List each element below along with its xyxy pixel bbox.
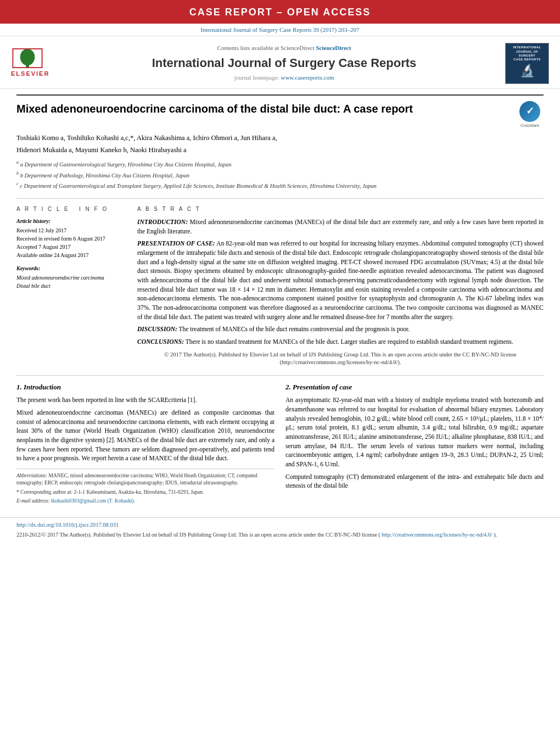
article-title-section: Mixed adenoneuroendocrine carcinoma of t…	[16, 94, 544, 129]
license-link[interactable]: http://creativecommons.org/licenses/by-n…	[382, 532, 492, 538]
article-title: Mixed adenoneuroendocrine carcinoma of t…	[16, 101, 516, 116]
available-date: Available online 24 August 2017	[16, 252, 126, 259]
article-content: Mixed adenoneuroendocrine carcinoma of t…	[0, 89, 560, 512]
article-history-block: Article history: Received 12 July 2017 R…	[16, 217, 126, 259]
footnotes-section: Abbreviations: MANEC, mixed adenoneuroen…	[16, 468, 275, 505]
crossmark-badge[interactable]: ✓ CrossMark	[516, 101, 544, 129]
header-banner: CASE REPORT – OPEN ACCESS	[0, 0, 560, 24]
keyword-2: Distal bile duct	[16, 282, 126, 290]
abstract-copyright: © 2017 The Author(s). Published by Elsev…	[137, 351, 544, 367]
section1-para1: The present work has been reported in li…	[16, 395, 275, 405]
email-text: E-mail address: tkohashi0303@gmail.com (…	[16, 498, 275, 505]
body-left-col: 1. Introduction The present work has bee…	[16, 382, 275, 506]
authors-line-1: Toshiaki Komo a, Toshihiko Kohashi a,c,*…	[16, 133, 544, 143]
sciencedirect-link[interactable]: ScienceDirect	[316, 44, 351, 51]
journal-citation: International Journal of Surgery Case Re…	[201, 26, 360, 33]
journal-header: ELSEVIER Contents lists available at Sci…	[0, 36, 560, 89]
section2-para2: Computed tomography (CT) demonstrated en…	[285, 472, 544, 490]
email-link[interactable]: tkohashi0303@gmail.com (T. Kohashi).	[51, 498, 135, 504]
authors-line-2: Hidenori Mukaida a, Mayumi Kaneko b, Nao…	[16, 146, 544, 155]
body-right-col: 2. Presentation of case An asymptomatic …	[285, 382, 544, 506]
received-date: Received 12 July 2017	[16, 227, 126, 235]
elsevier-tree-icon	[11, 48, 44, 69]
footer-doi: http://dx.doi.org/10.1016/j.ijscr.2017.0…	[16, 521, 544, 529]
footer-license: 2210-2612/© 2017 The Author(s). Publishe…	[16, 531, 544, 539]
doi-link[interactable]: http://dx.doi.org/10.1016/j.ijscr.2017.0…	[16, 522, 119, 528]
abstract-case: PRESENTATION OF CASE: An 82-year-old man…	[137, 239, 544, 321]
main-body-section: 1. Introduction The present work has bee…	[16, 375, 544, 506]
journal-cover-image: INTERNATIONAL JOURNAL OFSURGERYCASE REPO…	[505, 43, 549, 84]
section1-title: 1. Introduction	[16, 382, 275, 392]
section1-para2: Mixed adenoneuroendocrine carcinomas (MA…	[16, 408, 275, 463]
journal-center-info: Contents lists available at ScienceDirec…	[74, 44, 494, 82]
svg-point-2	[20, 49, 35, 65]
section2-para1: An asymptomatic 82-year-old man with a h…	[285, 395, 544, 468]
elsevier-wordmark: ELSEVIER	[11, 70, 49, 78]
journal-title: International Journal of Surgery Case Re…	[74, 55, 494, 72]
accepted-date: Accepted 7 August 2017	[16, 243, 126, 251]
history-label: Article history:	[16, 217, 126, 225]
affiliation-b: b b Department of Pathology, Hiroshima C…	[16, 170, 544, 180]
crossmark-label: CrossMark	[520, 123, 539, 129]
elsevier-logo-area: ELSEVIER	[11, 48, 69, 78]
banner-title: CASE REPORT – OPEN ACCESS	[189, 7, 371, 18]
keywords-block: Keywords: Mixed adenoneuroendocrine carc…	[16, 265, 126, 290]
abbreviations-text: Abbreviations: MANEC, mixed adenoneuroen…	[16, 472, 275, 487]
keywords-label: Keywords:	[16, 265, 126, 272]
journal-meta-bar: International Journal of Surgery Case Re…	[0, 24, 560, 36]
received-revised-date: Received in revised form 6 August 2017	[16, 235, 126, 243]
affiliation-c: c c Department of Gastroenterological an…	[16, 181, 544, 190]
journal-cover-area: INTERNATIONAL JOURNAL OFSURGERYCASE REPO…	[500, 43, 549, 84]
article-info-abstract-section: A R T I C L E I N F O Article history: R…	[16, 198, 544, 367]
journal-homepage: journal homepage: www.casereports.com	[74, 74, 494, 82]
article-info-col: A R T I C L E I N F O Article history: R…	[16, 205, 126, 367]
abstract-header: A B S T R A C T	[137, 205, 544, 213]
corresponding-author-text: * Corresponding author at: 2-1-1 Kabeami…	[16, 489, 275, 496]
affiliation-a: a a Department of Gastroenterological Su…	[16, 159, 544, 169]
abstract-intro: INTRODUCTION: Mixed adenoneuroendocrine …	[137, 217, 544, 236]
abstract-discussion: DISCUSSION: The treatment of MANECs of t…	[137, 325, 544, 334]
page-footer: http://dx.doi.org/10.1016/j.ijscr.2017.0…	[0, 517, 560, 542]
crossmark-icon: ✓	[519, 101, 540, 122]
abstract-col: A B S T R A C T INTRODUCTION: Mixed aden…	[137, 205, 544, 367]
section2-title: 2. Presentation of case	[285, 382, 544, 392]
journal-homepage-link[interactable]: www.casereports.com	[281, 74, 334, 81]
article-info-header: A R T I C L E I N F O	[16, 205, 126, 213]
contents-available-text: Contents lists available at ScienceDirec…	[74, 44, 494, 52]
keyword-1: Mixed adenoneuroendocrine carcinoma	[16, 274, 126, 282]
abstract-conclusions: CONCLUSIONS: There is no standard treatm…	[137, 337, 544, 347]
